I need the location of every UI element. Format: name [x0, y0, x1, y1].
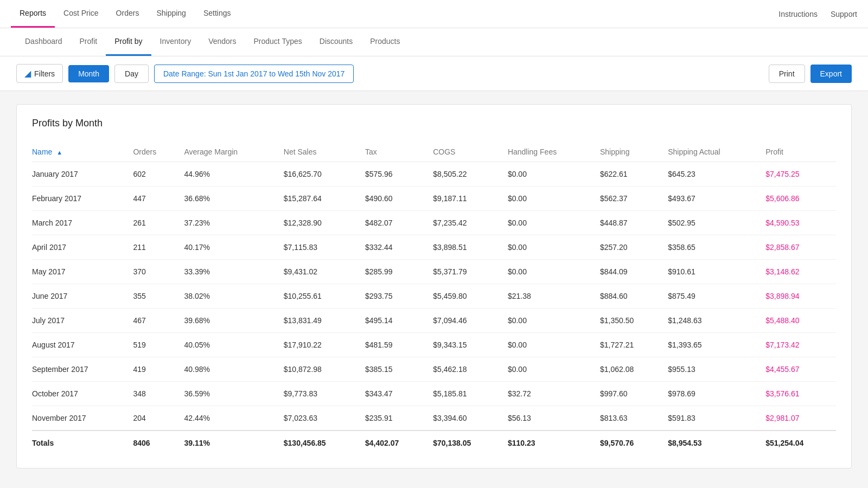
main-content: Profits by Month Name ▲ Orders Average M… — [0, 91, 868, 481]
cell-orders: 211 — [129, 235, 180, 260]
cell-profit: $3,148.62 — [761, 260, 836, 284]
cell-orders: 447 — [129, 187, 180, 211]
cell-shipping: $1,350.50 — [596, 309, 663, 333]
cell-profit: $2,858.67 — [761, 235, 836, 260]
top-nav-right: Instructions Support — [778, 0, 857, 28]
nav-tab-settings[interactable]: Settings — [195, 0, 240, 28]
cell-netSales: $15,287.64 — [279, 187, 361, 211]
cell-cogs: $3,394.60 — [429, 406, 503, 431]
nav-tab-orders[interactable]: Orders — [107, 0, 148, 28]
sub-tab-profit[interactable]: Profit — [71, 28, 106, 56]
sub-tab-product-types[interactable]: Product Types — [245, 28, 311, 56]
cell-profit: $4,455.67 — [761, 357, 836, 382]
cell-orders: 355 — [129, 284, 180, 309]
cell-handlingFees: $56.13 — [503, 406, 596, 431]
totals-cell-shippingActual: $8,954.53 — [663, 431, 761, 455]
cell-avgMargin: 40.05% — [180, 333, 279, 357]
cell-name: November 2017 — [32, 406, 129, 431]
totals-cell-tax: $4,402.07 — [361, 431, 429, 455]
table-row: April 201721140.17%$7,115.83$332.44$3,89… — [32, 235, 836, 260]
cell-orders: 602 — [129, 162, 180, 187]
date-range-button[interactable]: Date Range: Sun 1st Jan 2017 to Wed 15th… — [154, 65, 354, 83]
cell-name: May 2017 — [32, 260, 129, 284]
nav-instructions[interactable]: Instructions — [778, 10, 818, 18]
cell-name: June 2017 — [32, 284, 129, 309]
col-name[interactable]: Name ▲ — [32, 142, 129, 162]
col-net-sales: Net Sales — [279, 142, 361, 162]
month-button[interactable]: Month — [68, 65, 109, 82]
sub-tab-dashboard[interactable]: Dashboard — [16, 28, 71, 56]
cell-orders: 204 — [129, 406, 180, 431]
sub-tab-discounts[interactable]: Discounts — [311, 28, 361, 56]
filter-icon: ◢ — [24, 68, 31, 79]
cell-shipping: $884.60 — [596, 284, 663, 309]
cell-tax: $495.14 — [361, 309, 429, 333]
cell-cogs: $8,505.22 — [429, 162, 503, 187]
cell-shippingActual: $645.23 — [663, 162, 761, 187]
cell-avgMargin: 39.68% — [180, 309, 279, 333]
cell-tax: $575.96 — [361, 162, 429, 187]
cell-avgMargin: 36.59% — [180, 382, 279, 406]
nav-tab-cost-price[interactable]: Cost Price — [55, 0, 107, 28]
cell-netSales: $9,773.83 — [279, 382, 361, 406]
cell-shippingActual: $502.95 — [663, 211, 761, 235]
cell-netSales: $10,872.98 — [279, 357, 361, 382]
cell-tax: $235.91 — [361, 406, 429, 431]
sub-tab-products[interactable]: Products — [361, 28, 409, 56]
cell-profit: $2,981.07 — [761, 406, 836, 431]
filters-button[interactable]: ◢ Filters — [16, 64, 63, 83]
profits-table: Name ▲ Orders Average Margin Net Sales T… — [32, 142, 836, 455]
cell-orders: 348 — [129, 382, 180, 406]
nav-support[interactable]: Support — [831, 10, 857, 18]
profits-card: Profits by Month Name ▲ Orders Average M… — [16, 104, 852, 468]
cell-shipping: $448.87 — [596, 211, 663, 235]
cell-tax: $343.47 — [361, 382, 429, 406]
print-button[interactable]: Print — [769, 65, 805, 83]
cell-avgMargin: 40.98% — [180, 357, 279, 382]
cell-cogs: $9,187.11 — [429, 187, 503, 211]
cell-avgMargin: 37.23% — [180, 211, 279, 235]
header-row: Name ▲ Orders Average Margin Net Sales T… — [32, 142, 836, 162]
col-cogs: COGS — [429, 142, 503, 162]
cell-cogs: $9,343.15 — [429, 333, 503, 357]
cell-name: July 2017 — [32, 309, 129, 333]
totals-cell-orders: 8406 — [129, 431, 180, 455]
cell-avgMargin: 36.68% — [180, 187, 279, 211]
cell-name: March 2017 — [32, 211, 129, 235]
table-row: October 201734836.59%$9,773.83$343.47$5,… — [32, 382, 836, 406]
cell-shippingActual: $955.13 — [663, 357, 761, 382]
nav-tab-reports[interactable]: Reports — [11, 0, 55, 28]
cell-handlingFees: $21.38 — [503, 284, 596, 309]
sub-tab-profit-by[interactable]: Profit by — [106, 28, 151, 56]
top-navigation: Reports Cost Price Orders Shipping Setti… — [0, 0, 868, 28]
totals-cell-netSales: $130,456.85 — [279, 431, 361, 455]
cell-profit: $5,488.40 — [761, 309, 836, 333]
totals-cell-avgMargin: 39.11% — [180, 431, 279, 455]
cell-handlingFees: $0.00 — [503, 162, 596, 187]
cell-cogs: $7,235.42 — [429, 211, 503, 235]
cell-orders: 261 — [129, 211, 180, 235]
sub-tab-vendors[interactable]: Vendors — [200, 28, 245, 56]
table-row: August 201751940.05%$17,910.22$481.59$9,… — [32, 333, 836, 357]
card-title: Profits by Month — [32, 118, 836, 129]
table-row: May 201737033.39%$9,431.02$285.99$5,371.… — [32, 260, 836, 284]
export-button[interactable]: Export — [810, 65, 852, 83]
cell-name: January 2017 — [32, 162, 129, 187]
cell-tax: $482.07 — [361, 211, 429, 235]
cell-shipping: $257.20 — [596, 235, 663, 260]
cell-netSales: $16,625.70 — [279, 162, 361, 187]
table-header: Name ▲ Orders Average Margin Net Sales T… — [32, 142, 836, 162]
nav-tab-shipping[interactable]: Shipping — [148, 0, 195, 28]
totals-row: Totals840639.11%$130,456.85$4,402.07$70,… — [32, 431, 836, 455]
day-button[interactable]: Day — [114, 65, 149, 83]
cell-netSales: $12,328.90 — [279, 211, 361, 235]
sub-tab-inventory[interactable]: Inventory — [151, 28, 200, 56]
cell-netSales: $13,831.49 — [279, 309, 361, 333]
table-row: June 201735538.02%$10,255.61$293.75$5,45… — [32, 284, 836, 309]
cell-cogs: $5,185.81 — [429, 382, 503, 406]
col-shipping-actual: Shipping Actual — [663, 142, 761, 162]
cell-avgMargin: 33.39% — [180, 260, 279, 284]
cell-shippingActual: $493.67 — [663, 187, 761, 211]
cell-handlingFees: $0.00 — [503, 309, 596, 333]
table-row: July 201746739.68%$13,831.49$495.14$7,09… — [32, 309, 836, 333]
